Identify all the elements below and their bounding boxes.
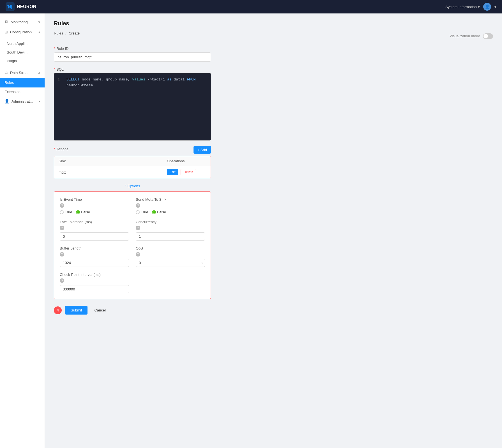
concurrency-input[interactable] [136, 232, 205, 241]
data-stream-icon: ⇄ [4, 70, 8, 75]
sql-label: * SQL [54, 67, 493, 71]
is-event-time-true[interactable]: True [60, 210, 72, 214]
monitoring-icon: 🖥 [4, 20, 8, 24]
table-row: mqtt Edit Delete [54, 166, 211, 178]
options-box: Is Event Time ? True False [54, 191, 211, 299]
sidebar-item-plugin[interactable]: Plugin [0, 57, 45, 65]
rule-id-section: * Rule ID [54, 47, 493, 62]
admin-label: Administrat... [11, 99, 33, 103]
rule-id-input[interactable] [54, 52, 211, 62]
late-tolerance-label: Late Tolerance (ms) [60, 220, 129, 224]
actions-header: * Actions + Add [54, 146, 211, 154]
south-devi-label: South Devi... [7, 50, 27, 54]
buffer-length-label: Buffer Length [60, 246, 129, 250]
concurrency-help-icon[interactable]: ? [136, 226, 140, 230]
data-stream-arrow-icon: ∧ [38, 71, 40, 74]
buffer-length-help-icon[interactable]: ? [60, 252, 64, 257]
toggle-knob [483, 34, 488, 38]
sql-section: * SQL 1 SELECT node_name, group_name, va… [54, 67, 493, 140]
buffer-length-input[interactable] [60, 259, 129, 267]
user-icon: 👤 [485, 4, 490, 9]
viz-mode-toggle[interactable] [483, 33, 493, 39]
is-event-time-label: Is Event Time [60, 197, 129, 202]
actions-section: * Actions + Add Sink Operations mqtt Edi… [54, 146, 493, 178]
qos-help-icon[interactable]: ? [136, 252, 140, 257]
user-chevron-icon[interactable]: ▾ [494, 5, 496, 9]
plugin-label: Plugin [7, 59, 17, 63]
delete-button[interactable]: Delete [181, 169, 197, 175]
col-ops-header: Operations [167, 159, 206, 163]
breadcrumb-separator: / [65, 31, 66, 35]
edit-btn-label: Edit [170, 170, 176, 174]
sidebar: 🖥 Monitoring ∨ ⊞ Configuration ∧ North A… [0, 13, 45, 448]
sidebar-item-north-appli[interactable]: North Appli... [0, 39, 45, 48]
qos-field: QoS ? 0 1 2 ▾ [136, 246, 205, 267]
topnav: 'N| NEURON System Information ▾ 👤 ▾ [0, 0, 502, 13]
send-meta-false[interactable]: False [152, 210, 166, 214]
configuration-arrow-icon: ∧ [38, 31, 40, 34]
send-meta-true-circle [136, 210, 140, 214]
sql-editor[interactable]: 1 SELECT node_name, group_name, values -… [54, 73, 211, 140]
options-toggle[interactable]: ^ Options [54, 184, 211, 188]
submit-button[interactable]: Submit [65, 306, 87, 315]
breadcrumb-create: Create [69, 31, 80, 35]
edit-button[interactable]: Edit [167, 169, 178, 175]
sidebar-item-south-devi[interactable]: South Devi... [0, 48, 45, 57]
is-event-time-help-icon[interactable]: ? [60, 203, 64, 208]
sidebar-item-extension[interactable]: Extension [0, 87, 45, 96]
sidebar-monitoring-label: Monitoring [11, 20, 28, 24]
user-avatar[interactable]: 👤 [483, 3, 491, 11]
sidebar-item-administrator[interactable]: 👤 Administrat... ∨ [0, 96, 45, 106]
delete-btn-label: Delete [184, 170, 194, 174]
admin-icon: 👤 [4, 99, 9, 103]
breadcrumb-rules[interactable]: Rules [54, 31, 63, 35]
late-tolerance-field: Late Tolerance (ms) ? [60, 220, 129, 241]
page-title: Rules [54, 20, 493, 27]
buffer-length-field: Buffer Length ? [60, 246, 129, 267]
actions-table: Sink Operations mqtt Edit Delete [54, 156, 211, 178]
sidebar-item-data-stream[interactable]: ⇄ Data Strea... ∧ [0, 68, 45, 78]
logo-text: NEURON [17, 4, 36, 9]
send-meta-false-circle [152, 210, 156, 214]
add-action-button[interactable]: + Add [194, 146, 211, 154]
false-label: False [81, 210, 90, 214]
sidebar-item-configuration[interactable]: ⊞ Configuration ∧ [0, 27, 45, 37]
configuration-icon: ⊞ [4, 30, 8, 34]
add-button-label: + Add [197, 148, 207, 152]
sink-value: mqtt [59, 170, 167, 174]
sidebar-item-monitoring[interactable]: 🖥 Monitoring ∨ [0, 17, 45, 27]
send-meta-true[interactable]: True [136, 210, 148, 214]
admin-arrow-icon: ∨ [38, 100, 40, 103]
send-meta-help-icon[interactable]: ? [136, 203, 140, 208]
logo[interactable]: 'N| NEURON [6, 2, 36, 11]
send-meta-radio-group: True False [136, 210, 205, 214]
qos-select-wrapper: 0 1 2 ▾ [136, 259, 205, 267]
options-grid: Is Event Time ? True False [60, 197, 205, 293]
main-content: Rules Rules / Create Visualization mode … [45, 13, 502, 448]
send-meta-field: Send Meta To Sink ? True False [136, 197, 205, 214]
step-badge: 4 [54, 306, 62, 314]
sql-linenum: 1 [57, 77, 62, 89]
rules-label: Rules [4, 80, 14, 85]
checkpoint-help-icon[interactable]: ? [60, 278, 64, 283]
system-info-label: System Information [445, 5, 477, 9]
col-sink-header: Sink [59, 159, 167, 163]
monitoring-arrow-icon: ∨ [38, 20, 40, 24]
checkpoint-input[interactable] [60, 285, 129, 293]
send-meta-false-label: False [157, 210, 166, 214]
late-tolerance-help-icon[interactable]: ? [60, 226, 64, 230]
cancel-button[interactable]: Cancel [91, 306, 109, 315]
qos-select[interactable]: 0 1 2 [136, 259, 205, 267]
actions-label: * Actions [54, 147, 68, 151]
sql-content: SELECT node_name, group_name, values ->t… [66, 77, 207, 89]
checkpoint-label: Check Point Interval (ms) [60, 273, 129, 277]
checkpoint-field: Check Point Interval (ms) ? [60, 273, 129, 293]
qos-label: QoS [136, 246, 205, 250]
send-meta-true-label: True [141, 210, 148, 214]
topnav-right: System Information ▾ 👤 ▾ [445, 3, 496, 11]
late-tolerance-input[interactable] [60, 232, 129, 241]
sidebar-item-rules[interactable]: Rules [0, 78, 45, 87]
cancel-btn-label: Cancel [94, 308, 105, 312]
is-event-time-false[interactable]: False [76, 210, 90, 214]
system-info-button[interactable]: System Information ▾ [445, 5, 480, 9]
